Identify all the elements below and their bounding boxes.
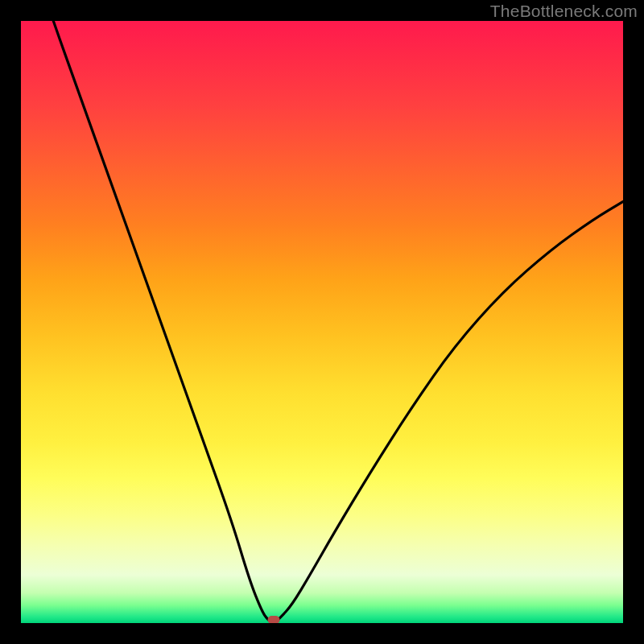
watermark-text: TheBottleneck.com	[490, 2, 638, 21]
optimal-point-marker	[268, 616, 280, 623]
chart-frame: TheBottleneck.com	[0, 0, 644, 644]
plot-area	[21, 21, 623, 623]
bottleneck-curve	[21, 21, 623, 623]
